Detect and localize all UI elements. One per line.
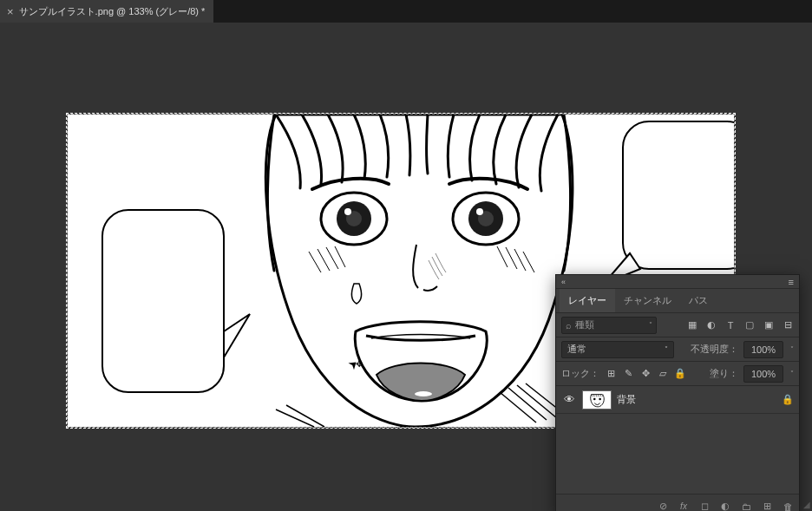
delete-layer-icon[interactable]: 🗑 (782, 501, 794, 512)
fill-value: 100% (751, 369, 776, 379)
layer-name[interactable]: 背景 (617, 393, 636, 406)
panel-collapse-icon[interactable]: « (561, 278, 566, 286)
tab-channels[interactable]: チャンネル (615, 289, 680, 312)
visibility-toggle-icon[interactable]: 👁 (561, 393, 577, 406)
layer-fx-icon[interactable]: fx (678, 501, 690, 512)
search-icon: ⌕ (566, 320, 572, 331)
opacity-label: 不透明度： (691, 343, 738, 356)
blend-mode-select[interactable]: 通常 ˅ (561, 341, 674, 358)
tab-bar: × サンプルイラスト.png @ 133% (グレー/8) * (0, 0, 812, 23)
layer-locked-icon: 🔒 (782, 394, 794, 405)
filter-toggle-icon[interactable]: ⊟ (782, 319, 794, 331)
layer-filter-label: 種類 (575, 318, 594, 331)
filter-type-icon[interactable]: T (724, 319, 737, 331)
blend-mode-value: 通常 (567, 343, 586, 356)
opacity-value: 100% (751, 344, 776, 355)
lock-row: ロック： ⊞ ✎ ✥ ▱ 🔒 塗り： 100% ˅ (556, 362, 799, 386)
svg-point-27 (593, 397, 596, 400)
new-group-icon[interactable]: 🗀 (740, 501, 752, 512)
filter-smart-icon[interactable]: ▣ (763, 319, 775, 331)
svg-point-6 (344, 208, 351, 215)
close-tab-icon[interactable]: × (7, 6, 14, 17)
opacity-field[interactable]: 100% (743, 341, 783, 358)
svg-rect-2 (623, 121, 734, 269)
svg-rect-1 (102, 210, 224, 392)
tab-layers[interactable]: レイヤー (560, 289, 615, 312)
panel-tabs: レイヤー チャンネル パス (556, 289, 799, 313)
tab-paths[interactable]: パス (680, 289, 717, 312)
layer-filter-row: ⌕ 種類 ˅ ▦ ◐ T ▢ ▣ ⊟ (556, 313, 799, 337)
link-layers-icon[interactable]: ⊘ (657, 501, 669, 512)
lock-icon[interactable]: 🔒 (674, 368, 686, 380)
document-tab[interactable]: × サンプルイラスト.png @ 133% (グレー/8) * (0, 0, 214, 23)
lock-position-icon[interactable]: ✥ (639, 368, 652, 380)
layer-list: 👁 背景 🔒 (556, 386, 799, 447)
svg-point-19 (415, 391, 432, 396)
document-tab-title: サンプルイラスト.png @ 133% (グレー/8) * (19, 5, 206, 18)
chevron-down-icon: ˅ (665, 345, 668, 353)
filter-adjust-icon[interactable]: ◐ (705, 319, 717, 331)
lock-label: ロック： (561, 367, 599, 380)
lock-all-icon[interactable]: ⊞ (605, 368, 617, 380)
lock-artboard-icon[interactable]: ▱ (657, 368, 669, 380)
chevron-down-icon: ˅ (649, 321, 652, 329)
layers-panel[interactable]: « ≡ レイヤー チャンネル パス ⌕ 種類 ˅ ▦ ◐ T ▢ ▣ ⊟ 通常 … (555, 274, 800, 511)
panel-bottom-bar: ⊘ fx ◻ ◐ 🗀 ⊞ 🗑 (556, 494, 799, 511)
lock-pixels-icon[interactable]: ✎ (622, 368, 634, 380)
layer-thumbnail[interactable] (582, 390, 612, 409)
add-mask-icon[interactable]: ◻ (698, 501, 710, 512)
filter-image-icon[interactable]: ▦ (686, 319, 698, 331)
add-adjustment-icon[interactable]: ◐ (719, 501, 731, 512)
panel-titlebar[interactable]: « ≡ (556, 275, 799, 289)
fill-label: 塗り： (710, 367, 738, 380)
resize-handle-icon[interactable]: ◢ (803, 500, 810, 509)
filter-shape-icon[interactable]: ▢ (743, 319, 756, 331)
new-layer-icon[interactable]: ⊞ (761, 501, 773, 512)
layer-row-background[interactable]: 👁 背景 🔒 (556, 386, 799, 414)
layer-filter-select[interactable]: ⌕ 種類 ˅ (561, 317, 657, 334)
chevron-down-icon[interactable]: ˅ (790, 370, 794, 377)
chevron-down-icon[interactable]: ˅ (790, 345, 794, 353)
layer-list-empty (556, 447, 799, 494)
svg-point-28 (599, 397, 601, 400)
blend-row: 通常 ˅ 不透明度： 100% ˅ (556, 337, 799, 362)
fill-field[interactable]: 100% (743, 365, 783, 383)
svg-point-10 (476, 208, 483, 215)
panel-menu-icon[interactable]: ≡ (789, 277, 794, 287)
